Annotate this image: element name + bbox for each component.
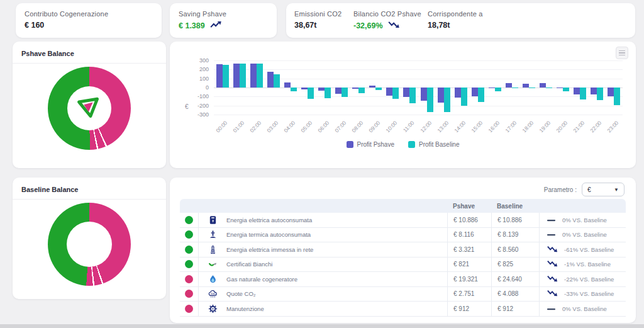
y-tick-label: 0 [190, 84, 209, 91]
gridline [214, 96, 623, 97]
bar-baseline-07:00[interactable] [341, 88, 348, 97]
bar-pshave-21:00[interactable] [574, 88, 580, 94]
x-tick-label: 13:00 [430, 120, 450, 140]
bar-baseline-14:00[interactable] [461, 88, 467, 106]
bar-pshave-10:00[interactable] [386, 88, 392, 96]
bar-pshave-17:00[interactable] [506, 83, 512, 88]
leaf-icon [199, 259, 226, 269]
y-tick-label: -200 [190, 103, 209, 109]
kpi-value: € 1.389 [179, 21, 205, 30]
bar-pshave-12:00[interactable] [421, 88, 427, 101]
bar-baseline-10:00[interactable] [392, 88, 399, 99]
baseline-balance-title: Baseline Balance [13, 178, 166, 200]
bar-baseline-12:00[interactable] [427, 88, 433, 112]
y-tick-label: 300 [190, 57, 209, 64]
column-header-pshave: Pshave [447, 199, 491, 213]
kpi-label: Contributo Cogenerazione [25, 10, 153, 18]
bar-pshave-19:00[interactable] [540, 83, 546, 88]
trend-down-icon [547, 275, 558, 283]
x-tick-label: 01:00 [226, 120, 245, 140]
bar-pshave-18:00[interactable] [523, 84, 529, 88]
bar-pshave-01:00[interactable] [233, 64, 240, 88]
bar-pshave-16:00[interactable] [489, 88, 495, 88]
x-tick-label: 09:00 [362, 120, 382, 140]
bar-pshave-07:00[interactable] [335, 88, 341, 94]
bar-pshave-00:00[interactable] [216, 64, 223, 88]
bar-baseline-18:00[interactable] [529, 88, 535, 88]
legend-item[interactable]: Profit Pshave [347, 141, 394, 148]
bar-baseline-03:00[interactable] [274, 74, 280, 88]
bar-pshave-23:00[interactable] [608, 88, 614, 96]
bar-chart-plot: 3002001000-100-200-30000:0001:0002:0003:… [214, 60, 623, 115]
bar-baseline-04:00[interactable] [291, 88, 297, 91]
legend-item[interactable]: Profit Baseline [408, 141, 459, 148]
bar-baseline-02:00[interactable] [257, 64, 263, 88]
x-tick-label: 00:00 [209, 120, 228, 140]
pshave-balance-donut[interactable] [48, 67, 131, 150]
trend-down-icon [388, 21, 400, 30]
row-indicator-dot [185, 305, 193, 313]
gridline [214, 60, 623, 61]
legend-label: Profit Pshave [357, 141, 394, 148]
y-axis-label: € [185, 103, 189, 110]
bar-baseline-05:00[interactable] [308, 88, 314, 99]
x-tick-label: 04:00 [277, 120, 297, 140]
table-header-row: Pshave Baseline [180, 199, 626, 213]
bar-pshave-13:00[interactable] [438, 88, 444, 103]
row-label: Energia termica autoconsumata [226, 231, 447, 238]
bar-pshave-03:00[interactable] [267, 72, 274, 88]
kpi-value: 38,67t [294, 21, 341, 30]
bar-pshave-08:00[interactable] [352, 88, 358, 89]
bar-baseline-19:00[interactable] [546, 88, 552, 88]
pshave-donut-center [67, 86, 111, 130]
bar-pshave-14:00[interactable] [455, 88, 461, 98]
y-tick-label: 100 [190, 76, 209, 82]
bar-baseline-23:00[interactable] [614, 88, 620, 105]
table-row: CO₂Quote CO₂€ 2.751€ 4.088-33% VS. Basel… [180, 287, 626, 302]
bar-baseline-13:00[interactable] [444, 88, 450, 112]
bar-baseline-01:00[interactable] [240, 64, 246, 88]
bar-baseline-17:00[interactable] [512, 88, 518, 88]
bar-pshave-20:00[interactable] [557, 88, 563, 88]
x-tick-label: 02:00 [243, 120, 263, 140]
row-label: Gas naturale cogeneratore [226, 276, 447, 283]
cloud-co2-icon: CO₂ [199, 289, 226, 298]
bar-pshave-06:00[interactable] [318, 88, 325, 91]
bar-baseline-21:00[interactable] [580, 88, 586, 99]
x-tick-label: 12:00 [413, 120, 433, 140]
bar-baseline-16:00[interactable] [495, 88, 501, 91]
chevron-down-icon: ▼ [614, 187, 619, 193]
parametro-select[interactable]: € ▼ [582, 183, 625, 196]
bar-pshave-09:00[interactable] [369, 86, 375, 88]
bar-baseline-15:00[interactable] [478, 88, 484, 102]
bar-baseline-11:00[interactable] [409, 88, 416, 103]
x-tick-label: 16:00 [482, 120, 501, 140]
row-vs-baseline: 0% VS. Baseline [562, 231, 607, 238]
bar-pshave-02:00[interactable] [250, 64, 257, 88]
x-tick-label: 05:00 [294, 120, 314, 140]
bar-baseline-20:00[interactable] [563, 88, 569, 91]
y-tick-label: 200 [190, 66, 209, 72]
bar-baseline-00:00[interactable] [223, 65, 229, 88]
baseline-balance-donut[interactable] [48, 203, 131, 286]
gridline [214, 69, 623, 70]
bar-baseline-06:00[interactable] [325, 88, 331, 98]
chart-menu-icon[interactable] [616, 47, 628, 59]
row-baseline-value: € 4.088 [491, 287, 539, 302]
row-label: Manutenzione [226, 305, 447, 312]
bar-pshave-11:00[interactable] [403, 88, 409, 97]
bar-baseline-22:00[interactable] [597, 88, 603, 100]
bar-pshave-15:00[interactable] [472, 88, 478, 96]
window-bottom-edge [0, 324, 644, 328]
bar-pshave-05:00[interactable] [301, 88, 308, 89]
bar-pshave-22:00[interactable] [591, 88, 597, 94]
bar-baseline-08:00[interactable] [358, 88, 365, 93]
x-tick-label: 21:00 [567, 120, 586, 140]
x-tick-label: 07:00 [328, 120, 348, 140]
trend-up-icon [210, 21, 222, 30]
row-indicator-dot [185, 246, 193, 254]
bar-baseline-09:00[interactable] [375, 88, 382, 90]
row-vs-baseline: 0% VS. Baseline [562, 305, 607, 312]
row-indicator-dot [185, 275, 193, 283]
bar-pshave-04:00[interactable] [284, 82, 291, 88]
